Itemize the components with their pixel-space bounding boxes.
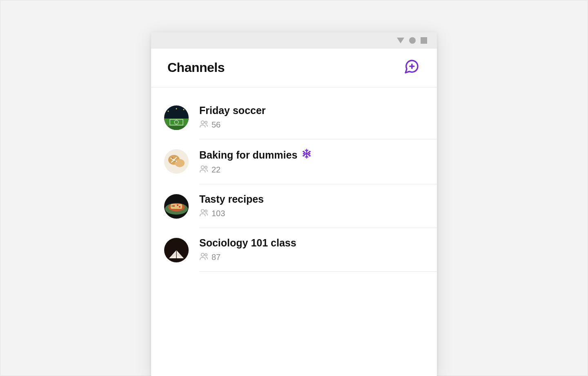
svg-rect-34 — [172, 206, 173, 206]
app-bar: Channels — [151, 49, 437, 87]
channel-list: Friday soccer 56 — [151, 96, 437, 272]
svg-rect-6 — [164, 119, 189, 127]
channel-members: 56 — [199, 120, 421, 130]
channel-name-label: Friday soccer — [199, 105, 266, 116]
svg-point-1 — [409, 37, 416, 44]
channel-avatar — [164, 238, 189, 262]
create-channel-button[interactable] — [403, 58, 421, 76]
channel-avatar — [164, 149, 189, 174]
nav-home-icon — [409, 37, 416, 44]
channel-members: 87 — [199, 252, 421, 262]
svg-point-35 — [201, 210, 204, 213]
channel-row[interactable]: Tasty recipes 103 — [151, 184, 437, 228]
channel-row[interactable]: Sociology 101 class 87 — [151, 228, 437, 272]
svg-point-12 — [176, 108, 177, 110]
channel-name-label: Tasty recipes — [199, 193, 264, 205]
svg-point-36 — [205, 210, 207, 213]
svg-point-26 — [205, 166, 207, 169]
channel-row-content: Friday soccer 56 — [199, 105, 437, 139]
channel-row-content: Sociology 101 class 87 — [199, 237, 437, 272]
svg-point-31 — [173, 205, 175, 207]
members-count: 56 — [212, 120, 220, 130]
members-count: 87 — [212, 253, 220, 262]
nav-back-icon — [397, 38, 404, 43]
page-title: Channels — [167, 60, 225, 75]
svg-point-43 — [205, 254, 207, 256]
nav-recents-icon — [421, 37, 427, 44]
members-icon — [199, 252, 208, 262]
channel-row-content: Baking for dummies — [199, 148, 437, 184]
create-channel-icon — [403, 58, 420, 76]
members-count: 103 — [212, 209, 225, 218]
members-count: 22 — [212, 165, 220, 175]
channel-row[interactable]: Friday soccer 56 — [151, 96, 437, 139]
svg-rect-9 — [164, 126, 189, 130]
channel-members: 103 — [199, 208, 421, 219]
svg-point-13 — [201, 121, 204, 124]
svg-point-17 — [175, 159, 185, 167]
channel-row-content: Tasty recipes 103 — [199, 193, 437, 228]
channel-title: Friday soccer — [199, 105, 421, 116]
members-icon — [199, 165, 208, 175]
channel-members: 22 — [199, 165, 421, 175]
svg-point-11 — [183, 109, 185, 110]
status-bar — [151, 32, 437, 49]
device-frame: Channels — [151, 32, 437, 376]
svg-point-10 — [168, 111, 169, 112]
spacer — [151, 87, 437, 96]
channel-name-label: Baking for dummies — [199, 149, 297, 161]
channel-title: Baking for dummies — [199, 148, 421, 161]
svg-rect-2 — [421, 37, 427, 44]
svg-point-21 — [175, 161, 176, 161]
svg-point-32 — [177, 204, 178, 206]
frozen-icon — [301, 148, 312, 161]
channel-row[interactable]: Baking for dummies — [151, 139, 437, 184]
svg-point-20 — [172, 158, 173, 159]
channel-avatar — [164, 194, 189, 219]
members-icon — [199, 120, 208, 130]
channel-name-label: Sociology 101 class — [199, 237, 296, 249]
svg-point-33 — [179, 206, 180, 208]
members-icon — [199, 208, 208, 219]
svg-marker-0 — [397, 38, 404, 43]
channel-title: Tasty recipes — [199, 193, 421, 205]
svg-point-42 — [201, 253, 204, 256]
svg-point-25 — [201, 166, 204, 169]
channel-title: Sociology 101 class — [199, 237, 421, 249]
channel-avatar — [164, 105, 189, 130]
svg-point-14 — [205, 121, 207, 124]
page-background: Channels — [0, 0, 588, 376]
